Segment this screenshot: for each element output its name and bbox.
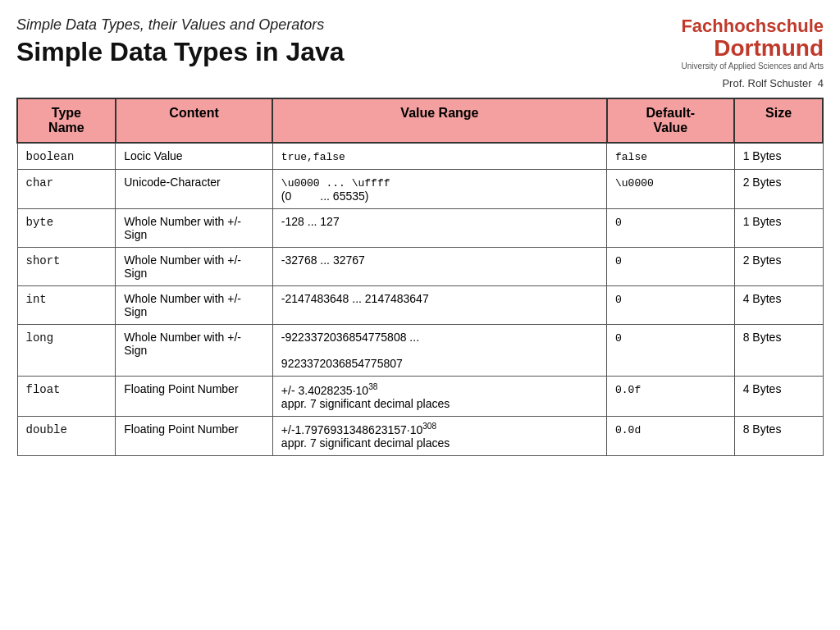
type-cell: float [17, 376, 116, 416]
logo-sub: University of Applied Sciences and Arts [660, 62, 824, 71]
col-header-size: Size [734, 98, 823, 143]
size-cell: 1 Bytes [734, 208, 823, 247]
type-name: long [26, 331, 54, 345]
type-name: boolean [26, 150, 75, 163]
value-range-line1: -9223372036854775808 ... [281, 331, 419, 344]
default-value: 0 [615, 332, 622, 345]
col-header-default: Default-Value [607, 98, 735, 143]
default-cell: 0 [607, 208, 735, 247]
size-cell: 1 Bytes [734, 143, 823, 170]
default-value: 0.0d [615, 424, 641, 436]
default-cell: 0 [607, 324, 735, 376]
type-cell: char [17, 169, 116, 208]
size-cell: 2 Bytes [734, 247, 823, 285]
value-cell: -128 ... 127 [272, 208, 606, 247]
default-cell: 0.0f [607, 376, 735, 416]
table-row: byte Whole Number with +/- Sign -128 ...… [17, 208, 823, 247]
default-cell: 0.0d [607, 416, 735, 456]
prof-line: Prof. Rolf Schuster 4 [16, 77, 824, 89]
content-cell: Locic Value [116, 143, 273, 170]
default-value: 0 [615, 255, 622, 267]
value-range-line2: appr. 7 significant decimal places [281, 397, 450, 410]
default-cell: 0 [607, 247, 735, 285]
size-cell: 4 Bytes [734, 285, 823, 324]
type-cell: byte [17, 208, 116, 247]
prof-name: Prof. Rolf Schuster [722, 77, 811, 89]
value-cell: -9223372036854775808 ... 922337203685477… [272, 324, 606, 376]
content-cell: Whole Number with +/- Sign [116, 247, 273, 285]
content-cell: Floating Point Number [116, 416, 273, 456]
logo-fh: Fachhochschule [660, 16, 824, 36]
default-value: \u0000 [615, 177, 654, 189]
value-range: -32768 ... 32767 [281, 253, 365, 267]
value-range-line1: +/-1.7976931348623157·10308 [281, 423, 436, 436]
type-name: short [26, 254, 61, 267]
size-cell: 4 Bytes [734, 376, 823, 416]
subtitle: Simple Data Types, their Values and Oper… [16, 16, 660, 34]
type-cell: double [17, 416, 116, 456]
value-cell: -2147483648 ... 2147483647 [272, 285, 606, 324]
data-types-table: TypeName Content Value Range Default-Val… [16, 98, 824, 456]
table-row: int Whole Number with +/- Sign -21474836… [17, 285, 823, 324]
value-cell: -32768 ... 32767 [272, 247, 606, 285]
type-name: char [26, 176, 54, 189]
title-block: Simple Data Types, their Values and Oper… [16, 16, 660, 67]
page-header: Simple Data Types, their Values and Oper… [16, 16, 824, 71]
type-name: float [26, 383, 61, 396]
default-value: 0 [615, 217, 622, 229]
col-header-value: Value Range [272, 98, 606, 143]
table-row: float Floating Point Number +/- 3.402823… [17, 376, 823, 416]
content-cell: Unicode-Character [116, 169, 273, 208]
col-header-content: Content [116, 98, 273, 143]
type-cell: int [17, 285, 116, 324]
size-cell: 8 Bytes [734, 416, 823, 456]
col-header-type: TypeName [17, 98, 116, 143]
default-value: false [615, 151, 647, 163]
size-cell: 8 Bytes [734, 324, 823, 376]
type-cell: short [17, 247, 116, 285]
table-row: boolean Locic Value true,false false 1 B… [17, 143, 823, 170]
value-range: true,false [281, 151, 345, 163]
value-cell: \u0000 ... \uffff (0 ... 65535) [272, 169, 606, 208]
default-cell: false [607, 143, 735, 170]
value-cell: +/-1.7976931348623157·10308 appr. 7 sign… [272, 416, 606, 456]
default-cell: 0 [607, 285, 735, 324]
content-cell: Floating Point Number [116, 376, 273, 416]
value-range: -128 ... 127 [281, 215, 340, 228]
type-name: double [26, 423, 67, 436]
main-title: Simple Data Types in Java [16, 37, 660, 67]
content-cell: Whole Number with +/- Sign [116, 324, 273, 376]
value-range-line2: (0 ... 65535) [281, 189, 369, 203]
content-cell: Whole Number with +/- Sign [116, 285, 273, 324]
value-range-line2: appr. 7 significant decimal places [281, 436, 450, 450]
value-range: -2147483648 ... 2147483647 [281, 292, 429, 305]
default-value: 0.0f [615, 384, 641, 396]
default-cell: \u0000 [607, 169, 735, 208]
logo-block: Fachhochschule Dortmund University of Ap… [660, 16, 824, 71]
value-range-line2: 9223372036854775807 [281, 357, 403, 370]
value-range-line1: \u0000 ... \uffff [281, 177, 390, 189]
value-cell: +/- 3.4028235·1038 appr. 7 significant d… [272, 376, 606, 416]
type-name: byte [26, 216, 54, 229]
value-cell: true,false [272, 143, 606, 170]
default-value: 0 [615, 294, 622, 306]
content-cell: Whole Number with +/- Sign [116, 208, 273, 247]
type-cell: long [17, 324, 116, 376]
type-name: int [26, 293, 47, 306]
table-row: short Whole Number with +/- Sign -32768 … [17, 247, 823, 285]
size-cell: 2 Bytes [734, 169, 823, 208]
table-header-row: TypeName Content Value Range Default-Val… [17, 98, 823, 143]
slide-number: 4 [818, 77, 824, 89]
table-row: char Unicode-Character \u0000 ... \uffff… [17, 169, 823, 208]
table-row: long Whole Number with +/- Sign -9223372… [17, 324, 823, 376]
type-cell: boolean [17, 143, 116, 170]
value-range-line1: +/- 3.4028235·1038 [281, 384, 377, 397]
table-row: double Floating Point Number +/-1.797693… [17, 416, 823, 456]
logo-dortmund: Dortmund [660, 36, 824, 62]
